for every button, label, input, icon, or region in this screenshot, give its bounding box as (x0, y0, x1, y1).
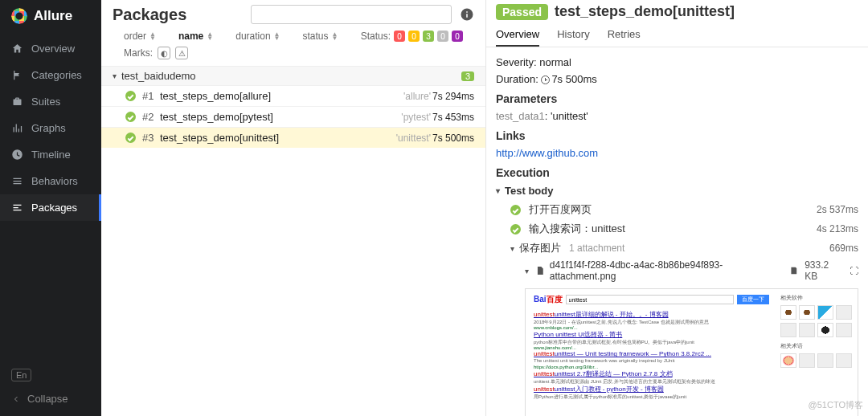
tab-overview[interactable]: Overview (496, 28, 539, 47)
search-input[interactable] (251, 5, 452, 24)
save-icon[interactable] (789, 266, 799, 275)
nav: Overview Categories Suites Graphs Timeli… (0, 35, 101, 361)
step-name: 保存图片 (519, 241, 561, 255)
tab-history[interactable]: History (557, 28, 589, 47)
sidebar: Allure Overview Categories Suites Graphs… (0, 0, 101, 416)
page-title: Packages (113, 6, 243, 24)
pass-icon (125, 112, 136, 122)
row-duration: 7s 453ms (432, 112, 474, 123)
row-tag: 'unittest' (396, 133, 431, 144)
test-row[interactable]: #1 test_steps_demo[allure] 'allure' 7s 2… (101, 85, 485, 106)
nav-label: Graphs (31, 122, 66, 134)
clock-icon (541, 75, 550, 84)
result-title: unittestunittest — Unit testing framewor… (534, 350, 711, 357)
attachment-row[interactable]: ▾ d41f1f4f-f288-4dbc-a4ac-8b86be94f893-a… (496, 258, 858, 283)
result-snip: 用Python进行单元测试,属于python标准库的unittest,类似于ja… (534, 394, 743, 400)
step-row[interactable]: 输入搜索词：unittest 4s 213ms (496, 219, 858, 239)
column-headers: order▲▼ name▲▼ duration▲▼ status▲▼ Statu… (113, 24, 474, 45)
row-name: test_steps_demo[pytest] (160, 111, 401, 123)
preview-search-button: 百度一下 (737, 295, 769, 304)
result-title: unittestunittest入门教程 - python开发 - 博客园 (534, 385, 664, 393)
pass-icon (510, 205, 521, 215)
test-body-toggle[interactable]: ▾Test body (496, 181, 858, 200)
chevron-down-icon: ▾ (496, 186, 500, 195)
test-body-label: Test body (505, 185, 553, 197)
sidebar-footer: En Collapse (0, 361, 101, 416)
expand-icon[interactable]: ⛶ (850, 266, 858, 275)
step-duration: 4s 213ms (817, 223, 858, 235)
tab-retries[interactable]: Retries (608, 28, 641, 47)
nav-graphs[interactable]: Graphs (0, 115, 101, 141)
info-icon[interactable] (460, 7, 474, 22)
chevron-down-icon: ▾ (113, 71, 117, 80)
nav-overview[interactable]: Overview (0, 35, 101, 62)
attachment-preview: Bai百度 百度一下 unittestunittest最详细的解说 - 开始。。… (525, 288, 858, 416)
step-row[interactable]: 打开百度网页 2s 537ms (496, 200, 858, 219)
result-title: unittestunittest 2.7翻译总结 — Python 2.7.8 … (534, 370, 673, 377)
brand: Allure (0, 0, 101, 35)
baidu-logo-icon: Bai百度 (534, 294, 563, 305)
row-num: #1 (142, 90, 160, 102)
parameters-heading: Parameters (496, 88, 858, 108)
step-duration: 2s 537ms (817, 204, 858, 215)
status-chip-broken[interactable]: 0 (408, 31, 420, 42)
row-duration: 7s 294ms (432, 91, 474, 102)
chevron-left-icon (11, 394, 21, 404)
nav-timeline[interactable]: Timeline (0, 141, 101, 168)
col-duration[interactable]: duration▲▼ (235, 31, 280, 42)
nav-categories[interactable]: Categories (0, 62, 101, 88)
row-name: test_steps_demo[allure] (160, 90, 403, 102)
result-snip: unittest 单元测试框架源由 JUnit 启发,并与其他语言的主要单元测试… (534, 379, 743, 385)
attachment-size: 933.2 KB (805, 259, 843, 282)
result-title: unittestunittest最详细的解说 - 开始。。- 博客园 (534, 311, 669, 318)
mark-new[interactable]: ⚠ (175, 47, 188, 59)
nav-packages[interactable]: Packages (0, 194, 101, 221)
status-chip-failed[interactable]: 0 (394, 31, 405, 42)
result-snip: The unittest unit testing framework was … (534, 358, 743, 364)
status-chip-skipped[interactable]: 0 (437, 31, 448, 42)
chevron-down-icon: ▾ (525, 267, 529, 275)
duration-key: Duration: (496, 73, 538, 85)
result-snip: python标准库中自带的单元测试框架,有时候也简称PU。类似于java中的ju… (534, 340, 743, 345)
col-status[interactable]: status▲▼ (303, 31, 338, 42)
nav-suites[interactable]: Suites (0, 88, 101, 115)
status-filter: Status: 0 0 3 0 0 (361, 31, 463, 42)
group-test-baidudemo[interactable]: ▾ test_baidudemo 3 (101, 66, 485, 85)
row-duration: 7s 500ms (432, 133, 474, 144)
test-row[interactable]: #2 test_steps_demo[pytest] 'pytest' 7s 4… (101, 106, 485, 127)
links-heading: Links (496, 124, 858, 145)
col-order[interactable]: order▲▼ (124, 31, 156, 42)
nav-label: Timeline (31, 149, 71, 161)
step-name: 打开百度网页 (529, 202, 592, 217)
param-val: : 'unittest' (545, 110, 588, 122)
details: Severity: normal Duration: 7s 500ms Para… (486, 47, 868, 416)
clock-icon (11, 149, 23, 161)
status-chip-unknown[interactable]: 0 (452, 31, 463, 42)
collapse-button[interactable]: Collapse (11, 393, 90, 405)
nav-label: Overview (31, 43, 75, 55)
home-icon (11, 43, 23, 55)
pass-icon (125, 133, 136, 143)
briefcase-icon (11, 96, 23, 108)
row-tag: 'pytest' (401, 112, 431, 123)
nav-behaviors[interactable]: Behaviors (0, 168, 101, 194)
preview-search-input (566, 295, 734, 304)
attachment-note: 1 attachment (569, 243, 624, 254)
link-github[interactable]: http://www.github.com (496, 147, 598, 159)
step-row[interactable]: ▾ 保存图片 1 attachment 669ms (496, 239, 858, 258)
col-name[interactable]: name▲▼ (178, 31, 213, 42)
row-tag: 'allure' (403, 91, 431, 102)
test-row[interactable]: #3 test_steps_demo[unittest] 'unittest' … (101, 127, 485, 148)
result-title: Python unittest UI选择器 - 简书 (534, 331, 622, 338)
language-toggle[interactable]: En (11, 369, 31, 381)
nav-label: Behaviors (31, 175, 78, 187)
chevron-down-icon: ▾ (510, 244, 514, 253)
attachment-name: d41f1f4f-f288-4dbc-a4ac-8b86be94f893-att… (550, 259, 784, 282)
status-chip-passed[interactable]: 3 (423, 31, 434, 42)
mark-flaky[interactable]: ◐ (158, 47, 170, 59)
status-badge: Passed (496, 4, 548, 20)
center-panel: Packages order▲▼ name▲▼ duration▲▼ statu… (101, 0, 486, 416)
flag-icon (11, 69, 23, 81)
duration-val: 7s 500ms (551, 73, 596, 85)
detail-tabs: Overview History Retries (486, 20, 868, 47)
